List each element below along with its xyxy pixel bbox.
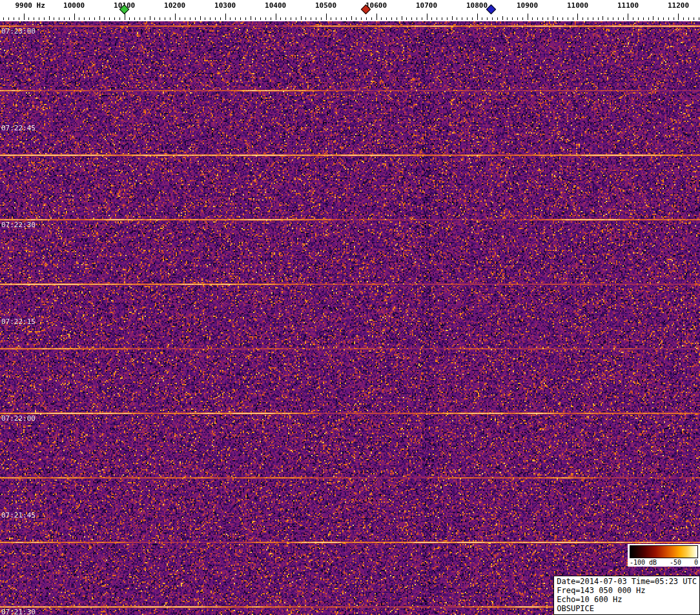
colorbar-label-mid: -50 bbox=[670, 559, 681, 566]
frequency-ruler: 9900 Hz100001010010200103001040010500106… bbox=[0, 0, 700, 21]
frequency-ruler-ticks bbox=[0, 0, 700, 21]
spectrogram-canvas bbox=[0, 21, 700, 615]
freq-tick-label: 10800 bbox=[466, 1, 488, 10]
colorbar-label-max: 0 bbox=[694, 559, 698, 566]
info-box: Date=2014-07-03 Time=05:23 UTC Freq=143 … bbox=[553, 576, 700, 615]
info-frequency: Freq=143 050 000 Hz bbox=[557, 586, 697, 595]
freq-tick-label: 10500 bbox=[315, 1, 336, 10]
info-echo: Echo=10 600 Hz bbox=[557, 595, 697, 604]
freq-tick-label: 10300 bbox=[214, 1, 236, 10]
freq-tick-label: 11000 bbox=[567, 1, 588, 10]
freq-tick-label: 10000 bbox=[63, 1, 85, 10]
colorbar: -100 dB -50 0 bbox=[628, 544, 700, 567]
freq-tick-label: 10200 bbox=[164, 1, 185, 10]
time-label: 07:23:00 bbox=[1, 27, 36, 35]
info-date-time: Date=2014-07-03 Time=05:23 UTC bbox=[557, 577, 697, 586]
freq-tick-label: 10900 bbox=[517, 1, 538, 10]
spectrogram-screen: 9900 Hz100001010010200103001040010500106… bbox=[0, 0, 700, 615]
colorbar-label-min: -100 dB bbox=[630, 559, 657, 566]
freq-tick-label: 11100 bbox=[617, 1, 639, 10]
time-label: 07:22:30 bbox=[1, 221, 36, 229]
freq-tick-label: 10700 bbox=[416, 1, 437, 10]
time-label: 07:22:15 bbox=[1, 318, 36, 326]
freq-tick-label: 9900 Hz bbox=[15, 1, 45, 10]
info-station: OBSUPICE bbox=[557, 604, 697, 613]
freq-tick-label: 11200 bbox=[668, 1, 689, 10]
time-label: 07:22:45 bbox=[1, 124, 36, 132]
time-label: 07:21:45 bbox=[1, 511, 36, 519]
spectrogram-area: 07:23:0007:22:4507:22:3007:22:1507:22:00… bbox=[0, 21, 700, 615]
time-label: 07:21:30 bbox=[1, 608, 36, 615]
freq-tick-label: 10400 bbox=[265, 1, 286, 10]
colorbar-gradient bbox=[630, 545, 698, 558]
colorbar-labels: -100 dB -50 0 bbox=[630, 559, 698, 566]
time-label: 07:22:00 bbox=[1, 414, 36, 423]
